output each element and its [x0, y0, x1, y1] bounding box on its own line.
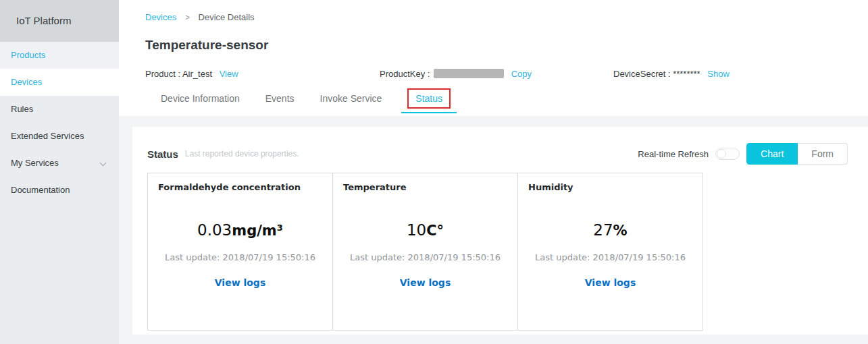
- devicesecret-label: DeviceSecret :: [613, 69, 673, 79]
- realtime-refresh-toggle[interactable]: [715, 148, 740, 160]
- property-card-humidity: Humidity 27% Last update: 2018/07/19 15:…: [517, 173, 703, 331]
- sidebar-item-label: Extended Services: [11, 131, 84, 141]
- card-value: 27%: [518, 221, 703, 240]
- value-number: 27: [593, 221, 613, 239]
- show-devicesecret-link[interactable]: Show: [707, 69, 730, 79]
- productkey-redacted-value: [434, 69, 504, 78]
- property-card-temperature: Temperature 10C° Last update: 2018/07/19…: [332, 173, 518, 331]
- device-meta-row: Product : Air_test View ProductKey : Cop…: [119, 69, 868, 81]
- tab-status[interactable]: Status: [407, 88, 451, 109]
- chevron-down-icon: [100, 160, 107, 167]
- last-update-label: Last update:: [535, 252, 590, 262]
- copy-productkey-link[interactable]: Copy: [511, 69, 532, 79]
- value-unit: %: [613, 223, 628, 239]
- card-value: 0.03mg/m³: [148, 221, 332, 240]
- toggle-knob-icon: [717, 149, 726, 159]
- value-unit: mg/m³: [232, 223, 283, 239]
- realtime-refresh-label: Real-time Refresh: [638, 149, 709, 159]
- main-area: Devices > Device Details Temperature-sen…: [119, 0, 868, 344]
- breadcrumb: Devices > Device Details: [145, 12, 255, 22]
- card-title: Humidity: [518, 173, 703, 192]
- status-panel: Status Last reported device properties. …: [132, 127, 868, 335]
- breadcrumb-current: Device Details: [199, 12, 255, 22]
- productkey-meta: ProductKey : Copy: [380, 69, 532, 79]
- last-update-label: Last update:: [350, 252, 405, 262]
- value-number: 0.03: [197, 221, 232, 239]
- sidebar-item-label: Devices: [11, 77, 42, 87]
- view-logs-link[interactable]: View logs: [148, 277, 332, 288]
- page-title: Temperature-sensor: [145, 38, 268, 53]
- card-last-update: Last update: 2018/07/19 15:50:16: [333, 252, 517, 262]
- property-card-formaldehyde: Formaldehyde concentration 0.03mg/m³ Las…: [147, 173, 333, 331]
- devicesecret-meta: DeviceSecret : ******** Show: [613, 69, 730, 79]
- tab-events[interactable]: Events: [265, 93, 295, 104]
- sidebar-item-label: Products: [11, 50, 45, 60]
- product-meta: Product : Air_test View: [145, 69, 238, 79]
- breadcrumb-devices-link[interactable]: Devices: [145, 12, 176, 22]
- view-switcher: Chart Form: [746, 143, 848, 165]
- product-label: Product :: [145, 69, 182, 79]
- sidebar-item-extended-services[interactable]: Extended Services: [0, 123, 119, 150]
- sidebar-item-devices[interactable]: Devices: [0, 69, 119, 96]
- card-title: Temperature: [333, 173, 517, 192]
- card-last-update: Last update: 2018/07/19 15:50:16: [518, 252, 703, 262]
- panel-controls: Real-time Refresh Chart Form: [638, 143, 848, 165]
- view-logs-link[interactable]: View logs: [333, 277, 517, 288]
- value-unit: C°: [426, 223, 444, 239]
- productkey-label: ProductKey :: [380, 69, 432, 79]
- tab-device-information[interactable]: Device Information: [161, 93, 240, 104]
- tab-invoke-service[interactable]: Invoke Service: [320, 93, 382, 104]
- sidebar: IoT Platform Products Devices Rules Exte…: [0, 0, 119, 344]
- sidebar-item-label: Documentation: [11, 185, 70, 195]
- sidebar-item-label: My Services: [11, 158, 59, 168]
- sidebar-item-label: Rules: [11, 104, 33, 114]
- app-title: IoT Platform: [0, 0, 119, 42]
- content-background: Status Last reported device properties. …: [119, 116, 868, 344]
- app-window: IoT Platform Products Devices Rules Exte…: [0, 0, 868, 344]
- sidebar-nav: Products Devices Rules Extended Services…: [0, 42, 119, 204]
- sidebar-item-documentation[interactable]: Documentation: [0, 177, 119, 204]
- property-cards: Formaldehyde concentration 0.03mg/m³ Las…: [147, 173, 868, 331]
- card-title: Formaldehyde concentration: [148, 173, 332, 192]
- sidebar-item-my-services[interactable]: My Services: [0, 150, 119, 177]
- sidebar-item-products[interactable]: Products: [0, 42, 119, 69]
- chart-view-button[interactable]: Chart: [746, 143, 798, 165]
- last-update-time: 2018/07/19 15:50:16: [408, 252, 501, 262]
- sidebar-item-rules[interactable]: Rules: [0, 96, 119, 123]
- last-update-time: 2018/07/19 15:50:16: [223, 252, 315, 262]
- device-tabs: Device Information Events Invoke Service…: [161, 88, 451, 109]
- status-subheading: Last reported device properties.: [185, 149, 299, 159]
- form-view-button[interactable]: Form: [798, 143, 848, 165]
- card-value: 10C°: [333, 221, 517, 240]
- status-heading: Status: [147, 148, 178, 160]
- status-panel-header: Status Last reported device properties. …: [132, 127, 868, 165]
- value-number: 10: [407, 221, 426, 239]
- card-last-update: Last update: 2018/07/19 15:50:16: [148, 252, 332, 262]
- devicesecret-value: ********: [673, 69, 700, 79]
- view-product-link[interactable]: View: [220, 69, 238, 79]
- last-update-time: 2018/07/19 15:50:16: [593, 252, 686, 262]
- product-value: Air_test: [182, 69, 212, 79]
- view-logs-link[interactable]: View logs: [518, 277, 703, 288]
- breadcrumb-separator: >: [185, 13, 190, 22]
- last-update-label: Last update:: [165, 252, 220, 262]
